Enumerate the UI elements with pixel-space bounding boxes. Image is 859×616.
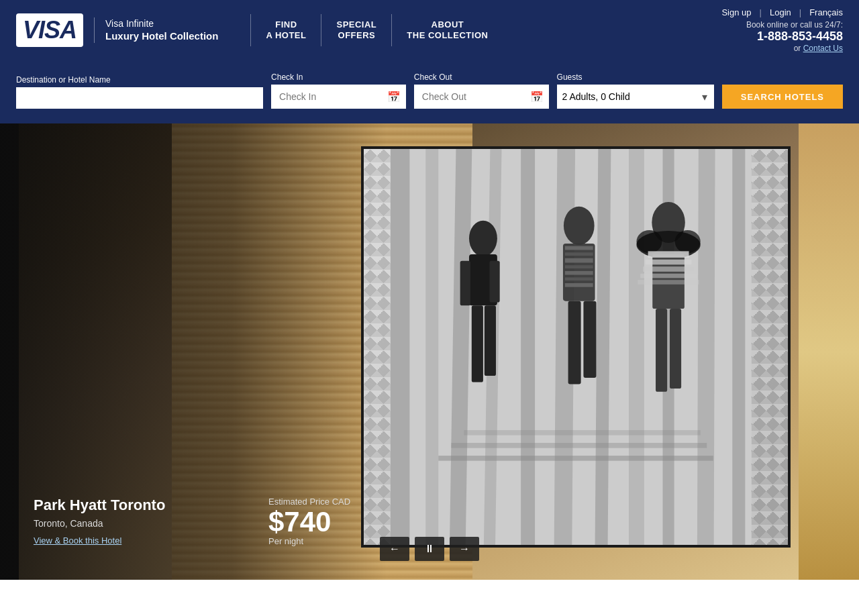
svg-rect-17 [489,261,499,303]
checkout-wrapper: 📅 [414,85,549,109]
hotel-location: Toronto, Canada [34,518,165,529]
or-text: or [794,44,801,53]
guests-label: Guests [557,72,714,82]
svg-rect-36 [643,266,694,272]
header-right: Sign up | Login | Français Book online o… [721,7,843,53]
svg-rect-15 [484,305,495,376]
carousel-controls: ← ⏸ → [380,537,479,561]
price-label: Estimated Price CAD [268,497,350,507]
svg-rect-40 [670,309,681,389]
nav-about-collection[interactable]: ABOUTTHE COLLECTION [391,14,503,46]
svg-rect-24 [564,271,593,275]
prev-button[interactable]: ← [380,537,409,561]
destination-field: Destination or Hotel Name [16,75,263,109]
brand-title-top: Visa Infinite [105,17,218,30]
svg-line-6 [563,149,566,545]
sep2: | [799,7,801,17]
search-btn-field: SEARCH HOTELS [722,71,843,109]
header-left: VISA Visa Infinite Luxury Hotel Collecti… [16,13,503,47]
brand-title: Visa Infinite Luxury Hotel Collection [94,17,218,43]
book-text: Book online or call us 24/7: [721,20,843,30]
hotel-name: Park Hyatt Toronto [34,497,165,514]
view-book-link[interactable]: View & Book this Hotel [34,535,121,546]
svg-point-32 [674,230,700,253]
destination-label: Destination or Hotel Name [16,75,263,85]
phone-number: 1-888-853-4458 [721,30,843,44]
svg-point-31 [636,230,662,253]
svg-rect-34 [648,251,689,258]
svg-line-3 [457,149,464,545]
checkout-label: Check Out [414,72,549,82]
svg-rect-25 [564,277,593,280]
checkin-input[interactable] [271,85,406,109]
svg-rect-14 [471,305,483,382]
sep1: | [760,7,762,17]
login-link[interactable]: Login [770,7,791,17]
visa-logo-text: VISA [23,16,77,44]
contact-link[interactable]: Contact Us [803,44,843,53]
nav-find-hotel[interactable]: FINDA HOTEL [250,14,321,46]
price-per-night: Per night [268,536,350,546]
brand-title-bottom: Luxury Hotel Collection [105,30,218,43]
svg-rect-22 [564,258,593,263]
main-nav: FINDA HOTEL SPECIALOFFERS ABOUTTHE COLLE… [229,14,503,46]
svg-rect-28 [583,301,596,378]
svg-rect-21 [564,252,593,256]
book-info: Book online or call us 24/7: 1-888-853-4… [721,20,843,53]
guests-wrapper: 2 Adults, 0 Child [557,85,714,109]
language-link[interactable]: Français [809,7,843,17]
price-amount: $740 [268,508,350,536]
next-button[interactable]: → [450,537,479,561]
hotel-info: Park Hyatt Toronto Toronto, Canada View … [34,497,165,546]
svg-rect-27 [568,301,580,384]
slideshow: Park Hyatt Toronto Toronto, Canada View … [0,123,859,580]
header: VISA Visa Infinite Luxury Hotel Collecti… [0,0,859,60]
svg-rect-39 [656,309,667,392]
svg-rect-43 [464,430,700,435]
search-hotels-button[interactable]: SEARCH HOTELS [722,85,843,109]
header-top-links: Sign up | Login | Français [721,7,843,17]
visa-logo: VISA [16,13,83,47]
pause-button[interactable]: ⏸ [415,537,444,561]
art-panel [361,146,791,548]
svg-rect-38 [638,280,699,285]
checkout-field: Check Out 📅 [414,72,549,109]
svg-rect-41 [438,456,713,461]
fashion-figures-svg [364,149,788,545]
checkin-label: Check In [271,72,406,82]
sign-up-link[interactable]: Sign up [721,7,751,17]
guests-field: Guests 2 Adults, 0 Child [557,72,714,109]
svg-point-12 [469,221,497,256]
svg-rect-37 [640,274,697,278]
svg-rect-42 [451,443,707,448]
destination-input[interactable] [16,87,263,109]
search-bar: Destination or Hotel Name Check In 📅 Che… [0,60,859,123]
svg-rect-20 [564,246,593,250]
nav-special-offers[interactable]: SPECIALOFFERS [321,14,391,46]
svg-rect-16 [460,261,470,306]
svg-point-18 [564,207,595,245]
svg-rect-26 [564,283,593,287]
checkin-wrapper: 📅 [271,85,406,109]
svg-rect-35 [645,260,691,265]
contact-text: or Contact Us [721,44,843,53]
checkin-field: Check In 📅 [271,72,406,109]
slide-right-peek [799,123,859,580]
svg-line-7 [601,149,605,545]
price-info: Estimated Price CAD $740 Per night [268,497,350,546]
guests-select[interactable]: 2 Adults, 0 Child [557,85,714,109]
checkout-input[interactable] [414,85,549,109]
svg-line-10 [705,149,707,545]
svg-rect-23 [564,265,593,268]
